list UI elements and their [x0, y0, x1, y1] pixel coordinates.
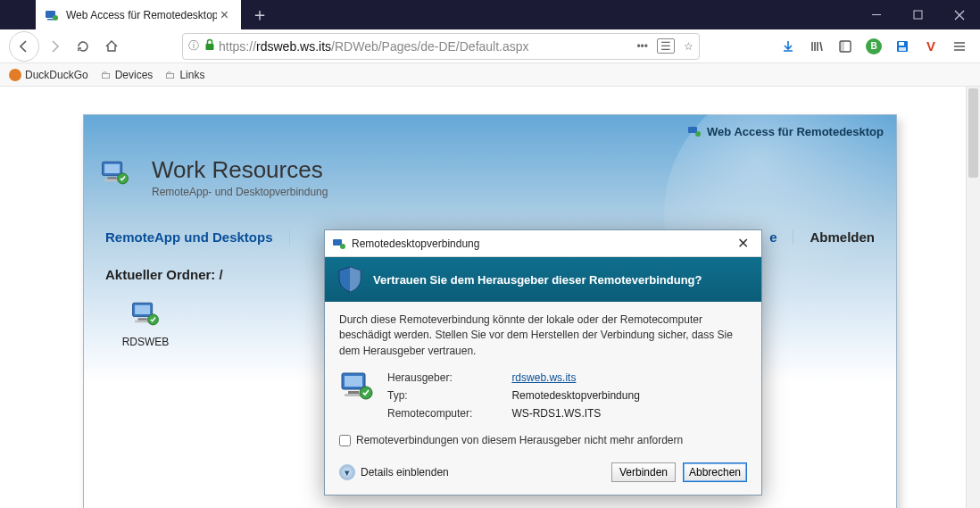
folder-icon: 🗀	[101, 69, 112, 81]
remoteapp-item[interactable]: RDSWEB	[105, 298, 186, 348]
dialog-info-icon	[339, 371, 375, 420]
window-titlebar: Web Access für Remotedesktop × ＋	[0, 0, 980, 29]
rdp-trust-dialog: Remotedesktopverbindung ✕ Vertrauen Sie …	[324, 229, 762, 496]
browser-navbar: ⓘ https://rdsweb.ws.its/RDWeb/Pages/de-D…	[0, 29, 980, 63]
url-text: https://rdsweb.ws.its/RDWeb/Pages/de-DE/…	[219, 39, 636, 54]
bookmark-duckduckgo[interactable]: DuckDuckGo	[9, 69, 88, 81]
bookmark-devices[interactable]: 🗀 Devices	[101, 69, 154, 81]
remoteapp-icon	[105, 298, 186, 330]
value-publisher-link[interactable]: rdsweb.ws.its	[511, 371, 639, 384]
bookmark-label: Devices	[115, 69, 154, 81]
svg-point-12	[695, 131, 701, 137]
value-remote: WS-RDS1.WS.ITS	[511, 407, 639, 420]
window-close-button[interactable]	[939, 0, 980, 29]
svg-rect-3	[872, 14, 881, 15]
new-tab-button[interactable]: ＋	[246, 0, 273, 29]
reader-mode-icon[interactable]: ☰	[657, 38, 675, 54]
dialog-warning-text: Durch diese Remoteverbindung könnte der …	[339, 312, 747, 359]
svg-rect-1	[47, 19, 54, 21]
hamburger-menu-icon[interactable]	[951, 38, 968, 54]
svg-rect-14	[104, 163, 120, 172]
nav-back-button[interactable]	[9, 31, 39, 62]
svg-rect-23	[333, 239, 342, 246]
svg-point-24	[340, 244, 345, 249]
vertical-scrollbar[interactable]	[966, 87, 980, 508]
toolbar-right: B V	[780, 38, 971, 54]
bookmarks-bar: DuckDuckGo 🗀 Devices 🗀 Links	[0, 63, 980, 87]
dialog-banner: Vertrauen Sie dem Herausgeber dieser Rem…	[325, 257, 761, 302]
window-maximize-button[interactable]	[898, 0, 939, 29]
url-host: rdsweb.ws.its	[256, 39, 331, 54]
dialog-footer: ▾ Details einblenden Verbinden Abbrechen	[339, 462, 747, 482]
remoteapp-name: RDSWEB	[122, 336, 170, 348]
svg-rect-5	[206, 44, 214, 50]
nav-home-button[interactable]	[98, 33, 125, 60]
ublock-icon[interactable]: B	[866, 38, 882, 54]
scrollbar-thumb[interactable]	[968, 88, 978, 178]
page-action-dots-icon[interactable]: •••	[636, 40, 648, 53]
rdweb-brand-label: Web Access für Remotedesktop	[687, 124, 884, 138]
nav-forward-button[interactable]	[41, 33, 68, 60]
svg-rect-10	[899, 47, 906, 51]
connect-button[interactable]: Verbinden	[611, 462, 676, 482]
window-minimize-button[interactable]	[857, 0, 898, 29]
nav-reload-button[interactable]	[70, 33, 96, 60]
svg-rect-26	[345, 376, 362, 387]
save-icon[interactable]	[894, 38, 910, 54]
library-icon[interactable]	[809, 38, 825, 54]
rdweb-logo-icon	[100, 160, 141, 196]
show-details-label: Details einblenden	[361, 466, 449, 479]
folder-icon: 🗀	[165, 69, 176, 81]
bookmark-star-icon[interactable]: ☆	[684, 40, 693, 53]
svg-rect-15	[108, 177, 117, 179]
tab-remoteapps[interactable]: RemoteApp und Desktops	[105, 229, 290, 245]
url-protocol: https://	[219, 39, 256, 54]
svg-rect-19	[135, 305, 150, 314]
svg-rect-4	[914, 11, 922, 19]
label-type: Typ:	[387, 389, 472, 402]
dialog-titlebar[interactable]: Remotedesktopverbindung ✕	[325, 230, 761, 257]
url-path: /RDWeb/Pages/de-DE/Default.aspx	[331, 39, 529, 54]
duckduckgo-icon	[9, 69, 21, 81]
tab-close-button[interactable]: ×	[217, 6, 232, 24]
svg-rect-9	[899, 42, 904, 46]
dont-ask-checkbox-row[interactable]: Remoteverbindungen von diesem Herausgebe…	[339, 434, 747, 446]
tab-help-partial[interactable]: e	[769, 229, 793, 245]
label-publisher: Herausgeber:	[387, 371, 472, 384]
svg-rect-20	[138, 318, 147, 321]
tab-title: Web Access für Remotedesktop	[66, 9, 217, 21]
svg-rect-11	[688, 127, 697, 133]
chevron-down-icon: ▾	[339, 464, 355, 480]
rdweb-brand-text: Web Access für Remotedesktop	[707, 125, 884, 138]
url-bar[interactable]: ⓘ https://rdsweb.ws.its/RDWeb/Pages/de-D…	[182, 33, 700, 60]
rdweb-body: Aktueller Ordner: / RDSWEB	[105, 267, 223, 348]
dont-ask-label: Remoteverbindungen von diesem Herausgebe…	[356, 434, 683, 446]
bookmark-label: Links	[179, 69, 204, 81]
current-folder-label: Aktueller Ordner: /	[105, 267, 223, 282]
value-type: Remotedesktopverbindung	[511, 389, 639, 402]
v-addon-icon[interactable]: V	[923, 38, 939, 54]
svg-point-2	[53, 15, 58, 21]
sidebar-icon[interactable]	[837, 38, 853, 54]
site-info-icon[interactable]: ⓘ	[188, 38, 199, 54]
rdweb-subtitle: RemoteApp- und Desktopverbindung	[152, 186, 328, 198]
svg-rect-27	[348, 391, 359, 394]
show-details-button[interactable]: ▾ Details einblenden	[339, 464, 449, 480]
bookmark-label: DuckDuckGo	[25, 69, 88, 81]
dialog-title: Remotedesktopverbindung	[352, 237, 479, 250]
dont-ask-checkbox[interactable]	[339, 435, 351, 446]
lock-icon	[204, 38, 215, 54]
rdweb-title: Work Resources	[152, 156, 328, 184]
downloads-icon[interactable]	[780, 38, 796, 54]
browser-tab[interactable]: Web Access für Remotedesktop ×	[36, 0, 241, 29]
rdp-icon	[332, 237, 346, 251]
tab-signout[interactable]: Abmelden	[810, 229, 875, 245]
svg-rect-7	[840, 41, 844, 52]
window-controls	[857, 0, 980, 29]
tab-favicon	[45, 8, 59, 22]
cancel-button[interactable]: Abbrechen	[683, 462, 747, 482]
bookmark-links[interactable]: 🗀 Links	[165, 69, 204, 81]
dialog-body: Durch diese Remoteverbindung könnte der …	[325, 302, 761, 495]
dialog-close-button[interactable]: ✕	[732, 233, 754, 254]
dialog-info-block: Herausgeber: Typ: Remotecomputer: rdsweb…	[339, 371, 747, 420]
